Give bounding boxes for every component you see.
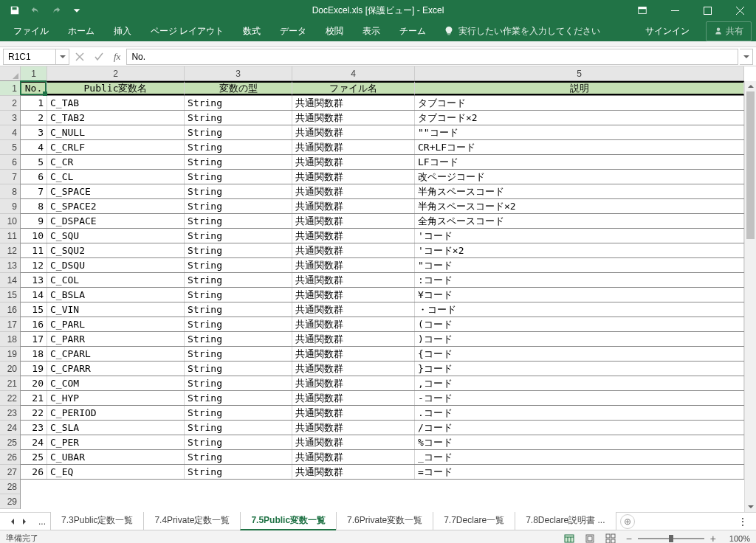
cell[interactable]: String (185, 376, 292, 390)
cell[interactable]: 4 (21, 140, 47, 154)
cell[interactable]: C_BSLA (47, 288, 185, 302)
cell[interactable]: String (185, 391, 292, 405)
cell[interactable]: 7 (21, 184, 47, 198)
tab-ellipsis-left[interactable]: ... (34, 516, 50, 527)
tab-data[interactable]: データ (271, 21, 315, 41)
column-header[interactable]: 3 (185, 66, 292, 80)
row-header[interactable]: 2 (0, 96, 20, 111)
zoom-in-button[interactable]: + (707, 533, 719, 544)
cell[interactable]: C_TAB (47, 96, 185, 110)
cell[interactable]: C_NULL (47, 125, 185, 139)
minimize-button[interactable] (659, 0, 691, 21)
cell[interactable]: 13 (21, 273, 47, 287)
header-cell[interactable]: No. (21, 81, 47, 95)
scroll-down-button[interactable] (745, 502, 756, 512)
tab-nav-next[interactable] (19, 516, 30, 527)
formula-input[interactable]: No. (126, 49, 738, 65)
cell[interactable]: 半角スペースコード×2 (415, 199, 744, 213)
cell[interactable]: ・コード (415, 302, 744, 317)
cell[interactable]: 共通関数群 (292, 273, 415, 287)
cell[interactable]: String (185, 243, 292, 257)
tab-page-layout[interactable]: ページ レイアウト (142, 21, 233, 41)
column-header[interactable]: 1 (21, 66, 47, 80)
cell[interactable]: "コード (415, 258, 744, 272)
cell[interactable]: String (185, 273, 292, 287)
cell[interactable]: 1 (21, 96, 47, 110)
cell[interactable]: 共通関数群 (292, 391, 415, 405)
tab-team[interactable]: チーム (391, 21, 435, 41)
cell[interactable]: 20 (21, 376, 47, 390)
row-header[interactable]: 17 (0, 317, 20, 332)
cell[interactable]: 半角スペースコード (415, 184, 744, 198)
cell[interactable]: String (185, 302, 292, 317)
cell[interactable]: -コード (415, 391, 744, 405)
cell[interactable]: C_EQ (47, 465, 185, 479)
cell[interactable]: C_SPACE2 (47, 199, 185, 213)
save-button[interactable] (6, 1, 24, 19)
row-header[interactable]: 15 (0, 288, 20, 302)
insert-function-button[interactable]: fx (109, 51, 125, 63)
cell[interactable]: 共通関数群 (292, 140, 415, 154)
cell[interactable]: 共通関数群 (292, 450, 415, 464)
cell[interactable]: String (185, 258, 292, 272)
row-header[interactable]: 13 (0, 258, 20, 273)
row-header[interactable]: 14 (0, 273, 20, 288)
cell[interactable]: String (185, 155, 292, 169)
cell[interactable]: String (185, 435, 292, 449)
cell[interactable]: 共通関数群 (292, 96, 415, 110)
cell[interactable]: C_PER (47, 435, 185, 449)
row-header[interactable]: 12 (0, 243, 20, 258)
cell[interactable]: }コード (415, 362, 744, 376)
tab-nav-prev[interactable] (7, 516, 18, 527)
cell[interactable]: .コード (415, 406, 744, 420)
tab-file[interactable]: ファイル (4, 21, 58, 41)
row-header[interactable]: 21 (0, 376, 20, 391)
tab-overflow-menu[interactable]: ⋮ (732, 516, 753, 527)
cell[interactable]: C_VIN (47, 302, 185, 317)
cell[interactable]: CR+LFコード (415, 140, 744, 154)
cell[interactable]: String (185, 170, 292, 184)
sheet-tab[interactable]: 7.5Public変数一覧 (240, 512, 337, 530)
cell[interactable]: 共通関数群 (292, 435, 415, 449)
cell[interactable]: 'コード (415, 229, 744, 243)
column-header[interactable]: 4 (292, 66, 415, 80)
header-cell[interactable]: 変数の型 (185, 81, 292, 95)
cell[interactable]: C_CR (47, 155, 185, 169)
sheet-tab[interactable]: 7.8Declare説明書 ... (515, 512, 616, 530)
column-header[interactable]: 5 (415, 66, 744, 80)
tab-home[interactable]: ホーム (59, 21, 103, 41)
row-header[interactable]: 4 (0, 125, 20, 140)
cell[interactable]: 21 (21, 391, 47, 405)
cell[interactable]: 23 (21, 421, 47, 435)
row-header[interactable]: 9 (0, 199, 20, 214)
cell[interactable]: String (185, 184, 292, 198)
cell[interactable]: (コード (415, 317, 744, 331)
row-header[interactable]: 24 (0, 421, 20, 435)
tab-review[interactable]: 校閲 (317, 21, 352, 41)
row-header[interactable]: 5 (0, 140, 20, 155)
cell[interactable]: /コード (415, 421, 744, 435)
maximize-button[interactable] (691, 0, 724, 21)
cell[interactable]: 14 (21, 288, 47, 302)
row-header[interactable]: 18 (0, 332, 20, 347)
enter-formula-button[interactable] (90, 49, 108, 65)
row-header[interactable]: 1 (0, 81, 20, 96)
cell[interactable]: C_PERIOD (47, 406, 185, 420)
cell[interactable]: 'コード×2 (415, 243, 744, 257)
zoom-value[interactable]: 100% (724, 534, 750, 543)
cell[interactable]: C_DSPACE (47, 214, 185, 228)
cell[interactable]: 共通関数群 (292, 302, 415, 317)
row-header[interactable]: 22 (0, 391, 20, 406)
cell[interactable]: C_DSQU (47, 258, 185, 272)
cell[interactable]: _コード (415, 450, 744, 464)
cell[interactable]: 共通関数群 (292, 362, 415, 376)
qat-customize[interactable] (68, 1, 86, 19)
tab-formulas[interactable]: 数式 (234, 21, 269, 41)
cell[interactable]: ""コード (415, 125, 744, 139)
cell[interactable]: 共通関数群 (292, 376, 415, 390)
undo-button[interactable] (27, 1, 44, 19)
cell[interactable]: 6 (21, 170, 47, 184)
cell[interactable]: String (185, 362, 292, 376)
cell[interactable]: 共通関数群 (292, 406, 415, 420)
tab-insert[interactable]: 挿入 (105, 21, 140, 41)
